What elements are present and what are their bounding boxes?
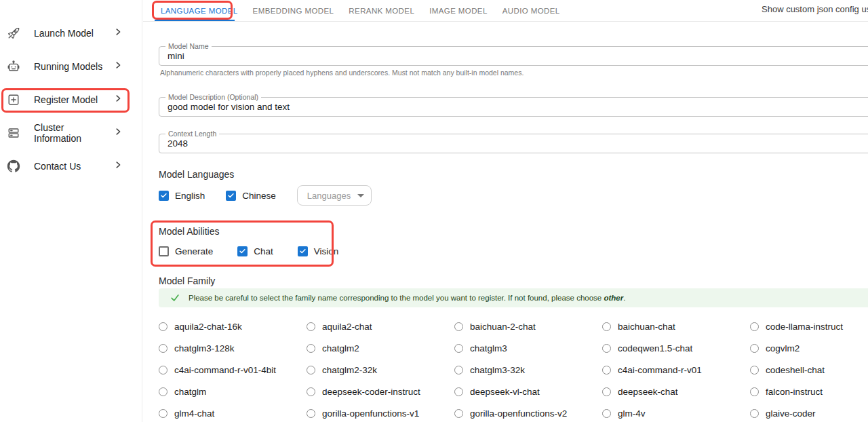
check-icon xyxy=(170,293,180,303)
radio-c4ai-command-r-v01[interactable]: c4ai-command-r-v01 xyxy=(602,359,750,381)
radio-chatglm3-32k[interactable]: chatglm3-32k xyxy=(454,359,602,381)
radio-glm-4v[interactable]: glm-4v xyxy=(602,402,750,422)
checkbox-english[interactable]: English xyxy=(159,191,205,201)
radio-label: chatglm3-128k xyxy=(174,343,235,353)
languages-select[interactable]: Languages xyxy=(297,185,372,206)
model-family-alert-text: Please be careful to select the family n… xyxy=(189,294,625,302)
radio-chatglm2[interactable]: chatglm2 xyxy=(307,337,454,359)
radio-label: chatglm3-32k xyxy=(470,365,525,375)
radio-label: chatglm2-32k xyxy=(322,365,377,375)
radio-chatglm3[interactable]: chatglm3 xyxy=(454,337,602,359)
radio-chatglm[interactable]: chatglm xyxy=(159,381,307,402)
sidebar-item-label: Cluster Information xyxy=(34,122,113,144)
sidebar-item-register-model[interactable]: Register Model xyxy=(0,83,142,116)
checkbox-vision[interactable]: Vision xyxy=(298,246,339,256)
tab-image-model[interactable]: IMAGE MODEL xyxy=(422,7,495,15)
context-length-field[interactable]: Context Length 2048 xyxy=(159,134,868,153)
radio-label: glaive-coder xyxy=(766,408,816,419)
context-length-label: Context Length xyxy=(165,130,219,138)
radio-code-llama-instruct[interactable]: code-llama-instruct xyxy=(750,315,868,337)
radio-circle-icon xyxy=(307,366,315,375)
radio-falcon-instruct[interactable]: falcon-instruct xyxy=(750,381,868,402)
radio-label: deepseek-coder-instruct xyxy=(322,387,420,397)
radio-label: gorilla-openfunctions-v1 xyxy=(322,408,419,419)
model-name-field[interactable]: Model Name mini xyxy=(159,46,868,66)
radio-deepseek-coder-instruct[interactable]: deepseek-coder-instruct xyxy=(307,381,454,402)
sidebar-item-contact-us[interactable]: Contact Us xyxy=(0,149,142,183)
show-custom-json-config-link[interactable]: Show custom json config used b xyxy=(762,4,868,14)
tab-audio-model[interactable]: AUDIO MODEL xyxy=(495,7,568,15)
model-description-field[interactable]: Model Description (Optional) good model … xyxy=(159,97,868,117)
sidebar-item-label: Contact Us xyxy=(34,161,113,172)
radio-deepseek-chat[interactable]: deepseek-chat xyxy=(602,381,750,402)
sidebar-item-cluster-information[interactable]: Cluster Information xyxy=(0,116,142,149)
chevron-right-icon xyxy=(113,127,123,139)
caret-down-icon xyxy=(357,194,364,197)
radio-circle-icon xyxy=(454,344,463,353)
radio-circle-icon xyxy=(602,344,611,353)
chevron-right-icon xyxy=(113,60,123,73)
radio-label: chatglm3 xyxy=(470,343,507,353)
unchecked-checkbox-icon xyxy=(159,246,169,256)
radio-label: codeqwen1.5-chat xyxy=(618,343,692,353)
radio-circle-icon xyxy=(454,409,463,418)
radio-chatglm2-32k[interactable]: chatglm2-32k xyxy=(307,359,454,381)
sidebar: Launch Model Running Models Register Mod… xyxy=(0,0,142,422)
radio-label: c4ai-command-r-v01 xyxy=(618,365,702,375)
radio-circle-icon xyxy=(159,322,167,331)
radio-label: codeshell-chat xyxy=(766,365,825,375)
radio-circle-icon xyxy=(602,366,611,375)
radio-codeqwen1-5-chat[interactable]: codeqwen1.5-chat xyxy=(602,337,750,359)
radio-chatglm3-128k[interactable]: chatglm3-128k xyxy=(159,337,307,359)
radio-circle-icon xyxy=(750,344,759,353)
radio-aquila2-chat[interactable]: aquila2-chat xyxy=(307,315,454,337)
robot-icon xyxy=(5,58,22,75)
radio-circle-icon xyxy=(159,366,167,375)
checkbox-label: Chat xyxy=(254,246,273,256)
radio-circle-icon xyxy=(602,387,611,396)
tab-language-model[interactable]: LANGUAGE MODEL xyxy=(153,7,245,15)
radio-label: aquila2-chat-16k xyxy=(174,322,242,332)
chevron-right-icon xyxy=(113,94,123,106)
radio-circle-icon xyxy=(454,387,463,396)
radio-gorilla-openfunctions-v2[interactable]: gorilla-openfunctions-v2 xyxy=(454,402,602,422)
radio-baichuan-2-chat[interactable]: baichuan-2-chat xyxy=(454,315,602,337)
radio-codeshell-chat[interactable]: codeshell-chat xyxy=(750,359,868,381)
tab-rerank-model[interactable]: RERANK MODEL xyxy=(341,7,422,15)
radio-cogvlm2[interactable]: cogvlm2 xyxy=(750,337,868,359)
radio-label: deepseek-chat xyxy=(618,387,678,397)
cluster-icon xyxy=(5,125,22,141)
radio-circle-icon xyxy=(602,409,611,418)
sidebar-item-launch-model[interactable]: Launch Model xyxy=(0,16,142,50)
checkbox-chinese[interactable]: Chinese xyxy=(226,191,276,201)
checked-checkbox-icon xyxy=(226,191,236,201)
checkbox-chat[interactable]: Chat xyxy=(237,246,273,256)
radio-label: code-llama-instruct xyxy=(766,322,843,332)
checkbox-label: Vision xyxy=(314,246,339,256)
radio-circle-icon xyxy=(307,409,315,418)
radio-circle-icon xyxy=(159,344,167,353)
checkbox-generate[interactable]: Generate xyxy=(159,246,213,256)
checkbox-label: Chinese xyxy=(242,191,276,201)
radio-label: chatglm xyxy=(174,387,206,397)
radio-aquila2-chat-16k[interactable]: aquila2-chat-16k xyxy=(159,315,307,337)
radio-label: aquila2-chat xyxy=(322,322,372,332)
radio-c4ai-command-r-v01-4bit[interactable]: c4ai-command-r-v01-4bit xyxy=(159,359,307,381)
radio-label: baichuan-chat xyxy=(618,322,675,332)
radio-baichuan-chat[interactable]: baichuan-chat xyxy=(602,315,750,337)
radio-gorilla-openfunctions-v1[interactable]: gorilla-openfunctions-v1 xyxy=(307,402,454,422)
checked-checkbox-icon xyxy=(298,246,308,256)
sidebar-item-running-models[interactable]: Running Models xyxy=(0,50,142,83)
model-abilities-row: GenerateChatVision xyxy=(159,241,868,261)
tab-embedding-model[interactable]: EMBEDDING MODEL xyxy=(245,7,342,15)
radio-glaive-coder[interactable]: glaive-coder xyxy=(750,402,868,422)
model-languages-row: EnglishChinese Languages xyxy=(159,185,868,206)
radio-deepseek-vl-chat[interactable]: deepseek-vl-chat xyxy=(454,381,602,402)
sidebar-item-label: Register Model xyxy=(34,94,113,105)
main-panel: LANGUAGE MODEL EMBEDDING MODEL RERANK MO… xyxy=(143,0,868,422)
register-form: Model Name mini Alphanumeric characters … xyxy=(143,46,868,422)
radio-glm4-chat[interactable]: glm4-chat xyxy=(159,402,307,422)
checked-checkbox-icon xyxy=(159,191,169,201)
radio-circle-icon xyxy=(159,387,167,396)
radio-circle-icon xyxy=(307,322,315,331)
